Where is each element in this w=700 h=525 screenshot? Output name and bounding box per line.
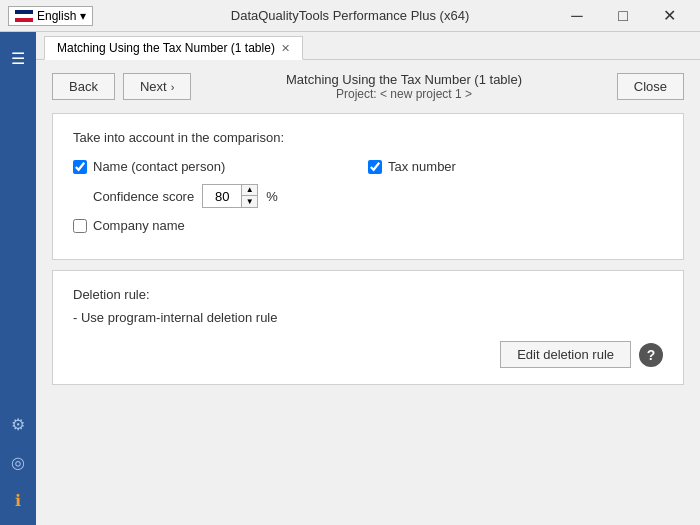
tab-matching-tax[interactable]: Matching Using the Tax Number (1 table) … — [44, 36, 303, 60]
close-button[interactable]: Close — [617, 73, 684, 100]
sidebar-target-icon[interactable]: ◎ — [3, 447, 33, 477]
close-label: Close — [634, 79, 667, 94]
confidence-label: Confidence score — [93, 189, 194, 204]
company-checkbox[interactable] — [73, 219, 87, 233]
deletion-rule-label: Deletion rule: — [73, 287, 663, 302]
tax-checkbox[interactable] — [368, 160, 382, 174]
main-content: Matching Using the Tax Number (1 table) … — [36, 32, 700, 525]
next-button[interactable]: Next › — [123, 73, 191, 100]
company-checkbox-label: Company name — [93, 218, 185, 233]
confidence-input[interactable] — [203, 187, 241, 206]
app-body: ☰ ⚙ ◎ ℹ Matching Using the Tax Number (1… — [0, 32, 700, 525]
toolbar-left: Back Next › — [52, 73, 191, 100]
maximize-button[interactable]: □ — [600, 0, 646, 32]
toolbar-right: Close — [617, 73, 684, 100]
comparison-section-title: Take into account in the comparison: — [73, 130, 663, 145]
back-button[interactable]: Back — [52, 73, 115, 100]
chevron-down-icon: ▾ — [80, 9, 86, 23]
checkbox-grid: Name (contact person) Confidence score ▲… — [73, 159, 663, 243]
name-checkbox[interactable] — [73, 160, 87, 174]
next-label: Next — [140, 79, 167, 94]
percent-label: % — [266, 189, 278, 204]
language-label: English — [37, 9, 76, 23]
confidence-spinner[interactable]: ▲ ▼ — [202, 184, 258, 208]
name-checkbox-row: Name (contact person) — [73, 159, 368, 174]
toolbar-title: Matching Using the Tax Number (1 table) — [191, 72, 616, 87]
spinner-up-button[interactable]: ▲ — [241, 185, 257, 196]
sidebar-menu-button[interactable]: ☰ — [0, 40, 36, 76]
sidebar-bottom-icons: ⚙ ◎ ℹ — [3, 409, 33, 525]
hamburger-icon: ☰ — [11, 49, 25, 68]
right-column: Tax number — [368, 159, 663, 243]
tab-bar: Matching Using the Tax Number (1 table) … — [36, 32, 700, 60]
sidebar-info-icon[interactable]: ℹ — [3, 485, 33, 515]
deletion-rule-value: - Use program-internal deletion rule — [73, 310, 663, 325]
back-label: Back — [69, 79, 98, 94]
next-arrow-icon: › — [171, 81, 175, 93]
title-bar-left: English ▾ — [8, 6, 93, 26]
spinner-down-button[interactable]: ▼ — [241, 196, 257, 207]
content-panel: Back Next › Matching Using the Tax Numbe… — [36, 60, 700, 525]
spinner-buttons: ▲ ▼ — [241, 185, 257, 207]
sidebar: ☰ ⚙ ◎ ℹ — [0, 32, 36, 525]
help-icon[interactable]: ? — [639, 343, 663, 367]
confidence-row: Confidence score ▲ ▼ % — [93, 184, 368, 208]
edit-deletion-rule-label: Edit deletion rule — [517, 347, 614, 362]
sidebar-gear-icon[interactable]: ⚙ — [3, 409, 33, 439]
flag-icon — [15, 10, 33, 22]
comparison-section: Take into account in the comparison: Nam… — [52, 113, 684, 260]
left-column: Name (contact person) Confidence score ▲… — [73, 159, 368, 243]
toolbar-center: Matching Using the Tax Number (1 table) … — [191, 72, 616, 101]
app-title: DataQualityTools Performance Plus (x64) — [231, 8, 469, 23]
toolbar: Back Next › Matching Using the Tax Numbe… — [52, 72, 684, 101]
tax-checkbox-label: Tax number — [388, 159, 456, 174]
name-checkbox-label: Name (contact person) — [93, 159, 225, 174]
deletion-rule-footer: Edit deletion rule ? — [73, 341, 663, 368]
help-question-mark: ? — [647, 347, 656, 363]
toolbar-subtitle: Project: < new project 1 > — [191, 87, 616, 101]
edit-deletion-rule-button[interactable]: Edit deletion rule — [500, 341, 631, 368]
tax-checkbox-row: Tax number — [368, 159, 663, 174]
language-selector[interactable]: English ▾ — [8, 6, 93, 26]
minimize-button[interactable]: ─ — [554, 0, 600, 32]
window-controls: ─ □ ✕ — [554, 0, 692, 32]
deletion-rule-section: Deletion rule: - Use program-internal de… — [52, 270, 684, 385]
tab-close-icon[interactable]: ✕ — [281, 42, 290, 55]
window-close-button[interactable]: ✕ — [646, 0, 692, 32]
tab-label: Matching Using the Tax Number (1 table) — [57, 41, 275, 55]
title-bar: English ▾ DataQualityTools Performance P… — [0, 0, 700, 32]
company-checkbox-row: Company name — [73, 218, 368, 233]
